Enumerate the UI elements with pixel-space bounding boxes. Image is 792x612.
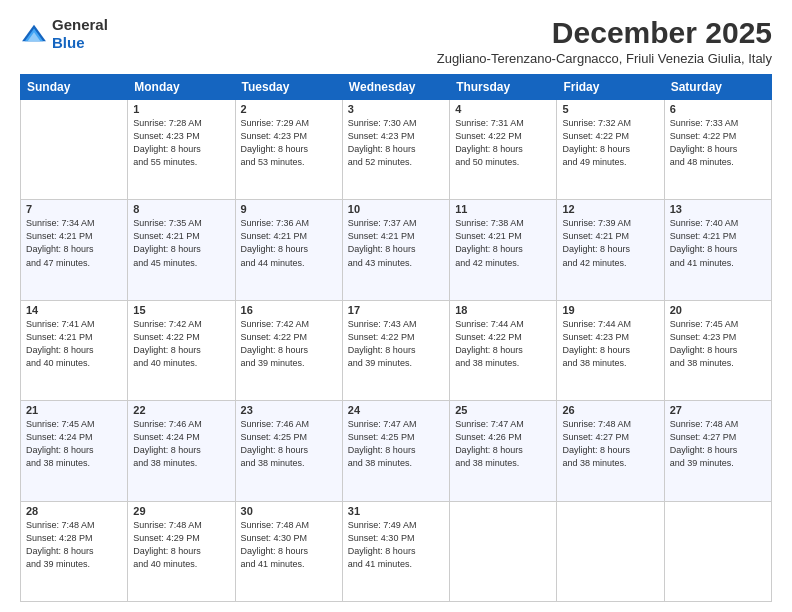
subtitle: Zugliano-Terenzano-Cargnacco, Friuli Ven… <box>437 51 772 66</box>
day-number: 17 <box>348 304 444 316</box>
table-row: 28Sunrise: 7:48 AM Sunset: 4:28 PM Dayli… <box>21 501 128 601</box>
table-row: 27Sunrise: 7:48 AM Sunset: 4:27 PM Dayli… <box>664 401 771 501</box>
day-info: Sunrise: 7:43 AM Sunset: 4:22 PM Dayligh… <box>348 318 444 370</box>
table-row: 25Sunrise: 7:47 AM Sunset: 4:26 PM Dayli… <box>450 401 557 501</box>
logo-text: General Blue <box>52 16 108 52</box>
day-number: 10 <box>348 203 444 215</box>
day-number: 26 <box>562 404 658 416</box>
table-row: 6Sunrise: 7:33 AM Sunset: 4:22 PM Daylig… <box>664 100 771 200</box>
table-row <box>664 501 771 601</box>
day-number: 8 <box>133 203 229 215</box>
day-info: Sunrise: 7:45 AM Sunset: 4:24 PM Dayligh… <box>26 418 122 470</box>
calendar-week-row: 1Sunrise: 7:28 AM Sunset: 4:23 PM Daylig… <box>21 100 772 200</box>
day-number: 31 <box>348 505 444 517</box>
logo-blue: Blue <box>52 34 85 51</box>
logo: General Blue <box>20 16 108 52</box>
table-row: 19Sunrise: 7:44 AM Sunset: 4:23 PM Dayli… <box>557 300 664 400</box>
day-number: 13 <box>670 203 766 215</box>
day-number: 7 <box>26 203 122 215</box>
table-row: 11Sunrise: 7:38 AM Sunset: 4:21 PM Dayli… <box>450 200 557 300</box>
table-row <box>557 501 664 601</box>
day-info: Sunrise: 7:48 AM Sunset: 4:27 PM Dayligh… <box>670 418 766 470</box>
day-info: Sunrise: 7:34 AM Sunset: 4:21 PM Dayligh… <box>26 217 122 269</box>
day-number: 19 <box>562 304 658 316</box>
col-friday: Friday <box>557 75 664 100</box>
logo-icon <box>20 23 48 45</box>
calendar-week-row: 7Sunrise: 7:34 AM Sunset: 4:21 PM Daylig… <box>21 200 772 300</box>
day-info: Sunrise: 7:49 AM Sunset: 4:30 PM Dayligh… <box>348 519 444 571</box>
day-number: 5 <box>562 103 658 115</box>
table-row <box>450 501 557 601</box>
table-row: 20Sunrise: 7:45 AM Sunset: 4:23 PM Dayli… <box>664 300 771 400</box>
day-info: Sunrise: 7:47 AM Sunset: 4:25 PM Dayligh… <box>348 418 444 470</box>
day-number: 16 <box>241 304 337 316</box>
table-row: 3Sunrise: 7:30 AM Sunset: 4:23 PM Daylig… <box>342 100 449 200</box>
calendar-week-row: 14Sunrise: 7:41 AM Sunset: 4:21 PM Dayli… <box>21 300 772 400</box>
day-info: Sunrise: 7:36 AM Sunset: 4:21 PM Dayligh… <box>241 217 337 269</box>
day-info: Sunrise: 7:38 AM Sunset: 4:21 PM Dayligh… <box>455 217 551 269</box>
day-number: 14 <box>26 304 122 316</box>
table-row: 15Sunrise: 7:42 AM Sunset: 4:22 PM Dayli… <box>128 300 235 400</box>
table-row: 17Sunrise: 7:43 AM Sunset: 4:22 PM Dayli… <box>342 300 449 400</box>
table-row: 5Sunrise: 7:32 AM Sunset: 4:22 PM Daylig… <box>557 100 664 200</box>
day-info: Sunrise: 7:30 AM Sunset: 4:23 PM Dayligh… <box>348 117 444 169</box>
day-number: 6 <box>670 103 766 115</box>
title-block: December 2025 Zugliano-Terenzano-Cargnac… <box>437 16 772 66</box>
table-row: 4Sunrise: 7:31 AM Sunset: 4:22 PM Daylig… <box>450 100 557 200</box>
day-info: Sunrise: 7:44 AM Sunset: 4:23 PM Dayligh… <box>562 318 658 370</box>
day-info: Sunrise: 7:45 AM Sunset: 4:23 PM Dayligh… <box>670 318 766 370</box>
day-number: 29 <box>133 505 229 517</box>
day-number: 1 <box>133 103 229 115</box>
table-row: 22Sunrise: 7:46 AM Sunset: 4:24 PM Dayli… <box>128 401 235 501</box>
day-info: Sunrise: 7:41 AM Sunset: 4:21 PM Dayligh… <box>26 318 122 370</box>
calendar-week-row: 28Sunrise: 7:48 AM Sunset: 4:28 PM Dayli… <box>21 501 772 601</box>
table-row: 26Sunrise: 7:48 AM Sunset: 4:27 PM Dayli… <box>557 401 664 501</box>
table-row: 21Sunrise: 7:45 AM Sunset: 4:24 PM Dayli… <box>21 401 128 501</box>
calendar-header-row: Sunday Monday Tuesday Wednesday Thursday… <box>21 75 772 100</box>
day-info: Sunrise: 7:39 AM Sunset: 4:21 PM Dayligh… <box>562 217 658 269</box>
table-row <box>21 100 128 200</box>
day-info: Sunrise: 7:42 AM Sunset: 4:22 PM Dayligh… <box>133 318 229 370</box>
calendar-table: Sunday Monday Tuesday Wednesday Thursday… <box>20 74 772 602</box>
table-row: 30Sunrise: 7:48 AM Sunset: 4:30 PM Dayli… <box>235 501 342 601</box>
page: General Blue December 2025 Zugliano-Tere… <box>0 0 792 612</box>
day-info: Sunrise: 7:46 AM Sunset: 4:24 PM Dayligh… <box>133 418 229 470</box>
day-number: 25 <box>455 404 551 416</box>
day-info: Sunrise: 7:28 AM Sunset: 4:23 PM Dayligh… <box>133 117 229 169</box>
col-saturday: Saturday <box>664 75 771 100</box>
table-row: 2Sunrise: 7:29 AM Sunset: 4:23 PM Daylig… <box>235 100 342 200</box>
day-info: Sunrise: 7:35 AM Sunset: 4:21 PM Dayligh… <box>133 217 229 269</box>
col-sunday: Sunday <box>21 75 128 100</box>
day-info: Sunrise: 7:29 AM Sunset: 4:23 PM Dayligh… <box>241 117 337 169</box>
day-info: Sunrise: 7:32 AM Sunset: 4:22 PM Dayligh… <box>562 117 658 169</box>
table-row: 31Sunrise: 7:49 AM Sunset: 4:30 PM Dayli… <box>342 501 449 601</box>
day-number: 22 <box>133 404 229 416</box>
day-info: Sunrise: 7:40 AM Sunset: 4:21 PM Dayligh… <box>670 217 766 269</box>
table-row: 24Sunrise: 7:47 AM Sunset: 4:25 PM Dayli… <box>342 401 449 501</box>
day-info: Sunrise: 7:31 AM Sunset: 4:22 PM Dayligh… <box>455 117 551 169</box>
table-row: 29Sunrise: 7:48 AM Sunset: 4:29 PM Dayli… <box>128 501 235 601</box>
table-row: 10Sunrise: 7:37 AM Sunset: 4:21 PM Dayli… <box>342 200 449 300</box>
header-row: General Blue December 2025 Zugliano-Tere… <box>20 16 772 66</box>
day-info: Sunrise: 7:44 AM Sunset: 4:22 PM Dayligh… <box>455 318 551 370</box>
table-row: 8Sunrise: 7:35 AM Sunset: 4:21 PM Daylig… <box>128 200 235 300</box>
day-info: Sunrise: 7:37 AM Sunset: 4:21 PM Dayligh… <box>348 217 444 269</box>
day-number: 27 <box>670 404 766 416</box>
logo-general: General <box>52 16 108 33</box>
col-tuesday: Tuesday <box>235 75 342 100</box>
day-number: 15 <box>133 304 229 316</box>
table-row: 23Sunrise: 7:46 AM Sunset: 4:25 PM Dayli… <box>235 401 342 501</box>
day-number: 2 <box>241 103 337 115</box>
day-info: Sunrise: 7:47 AM Sunset: 4:26 PM Dayligh… <box>455 418 551 470</box>
day-info: Sunrise: 7:42 AM Sunset: 4:22 PM Dayligh… <box>241 318 337 370</box>
day-info: Sunrise: 7:48 AM Sunset: 4:29 PM Dayligh… <box>133 519 229 571</box>
table-row: 14Sunrise: 7:41 AM Sunset: 4:21 PM Dayli… <box>21 300 128 400</box>
day-number: 30 <box>241 505 337 517</box>
col-thursday: Thursday <box>450 75 557 100</box>
table-row: 1Sunrise: 7:28 AM Sunset: 4:23 PM Daylig… <box>128 100 235 200</box>
table-row: 13Sunrise: 7:40 AM Sunset: 4:21 PM Dayli… <box>664 200 771 300</box>
day-info: Sunrise: 7:48 AM Sunset: 4:27 PM Dayligh… <box>562 418 658 470</box>
day-number: 9 <box>241 203 337 215</box>
day-number: 20 <box>670 304 766 316</box>
table-row: 7Sunrise: 7:34 AM Sunset: 4:21 PM Daylig… <box>21 200 128 300</box>
